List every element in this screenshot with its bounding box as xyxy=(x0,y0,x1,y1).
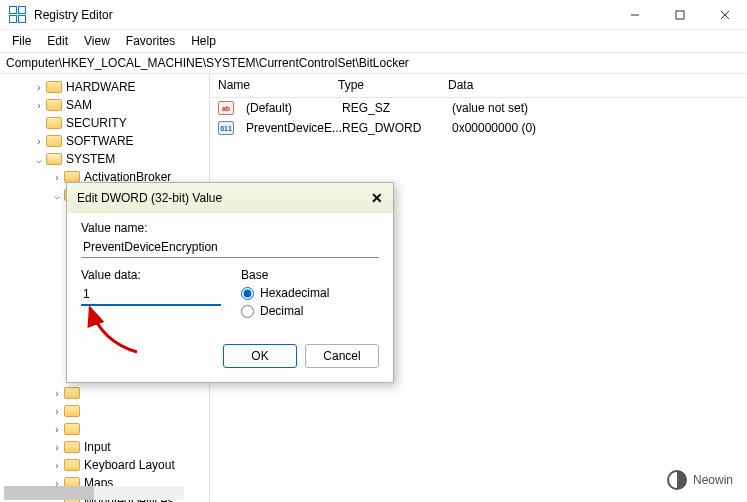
twisty-icon[interactable] xyxy=(50,460,64,471)
folder-icon xyxy=(46,81,62,93)
edit-dword-dialog: Edit DWORD (32-bit) Value ✕ Value name: … xyxy=(66,182,394,383)
tree-item[interactable] xyxy=(4,402,209,420)
menu-edit[interactable]: Edit xyxy=(39,32,76,50)
radio-hexadecimal[interactable]: Hexadecimal xyxy=(241,286,329,300)
value-name: PreventDeviceE... xyxy=(238,121,334,135)
title-bar: Registry Editor xyxy=(0,0,747,30)
dword-value-icon: 011 xyxy=(218,121,234,135)
radio-dec-label: Decimal xyxy=(260,304,303,318)
tree-label: SYSTEM xyxy=(66,152,115,166)
tree-item-security[interactable]: SECURITY xyxy=(4,114,209,132)
base-group: Base Hexadecimal Decimal xyxy=(241,268,329,322)
tree-item[interactable] xyxy=(4,384,209,402)
watermark-text: Neowin xyxy=(693,473,733,487)
value-row[interactable]: ab(Default)REG_SZ(value not set) xyxy=(210,98,747,118)
col-name[interactable]: Name xyxy=(210,74,330,97)
twisty-icon[interactable] xyxy=(50,190,64,201)
folder-icon xyxy=(46,117,62,129)
tree-label: SAM xyxy=(66,98,92,112)
tree-item-software[interactable]: SOFTWARE xyxy=(4,132,209,150)
twisty-icon[interactable] xyxy=(50,388,64,399)
tree-label: Input xyxy=(84,440,111,454)
neowin-logo-icon xyxy=(667,470,687,490)
value-name: (Default) xyxy=(238,101,334,115)
value-type: REG_SZ xyxy=(334,101,444,115)
watermark: Neowin xyxy=(667,470,733,490)
twisty-icon[interactable] xyxy=(32,154,46,165)
svg-rect-1 xyxy=(676,11,684,19)
value-data: (value not set) xyxy=(444,101,747,115)
value-type: REG_DWORD xyxy=(334,121,444,135)
value-name-field[interactable] xyxy=(81,237,379,258)
folder-icon xyxy=(64,441,80,453)
tree-item-hardware[interactable]: HARDWARE xyxy=(4,78,209,96)
menu-file[interactable]: File xyxy=(4,32,39,50)
maximize-button[interactable] xyxy=(657,0,702,30)
menu-help[interactable]: Help xyxy=(183,32,224,50)
menu-favorites[interactable]: Favorites xyxy=(118,32,183,50)
twisty-icon[interactable] xyxy=(50,442,64,453)
menu-view[interactable]: View xyxy=(76,32,118,50)
ok-button[interactable]: OK xyxy=(223,344,297,368)
folder-icon xyxy=(64,423,80,435)
folder-icon xyxy=(46,135,62,147)
radio-dec-input[interactable] xyxy=(241,305,254,318)
window-title: Registry Editor xyxy=(34,8,612,22)
value-data: 0x00000000 (0) xyxy=(444,121,747,135)
twisty-icon[interactable] xyxy=(50,172,64,183)
address-input[interactable] xyxy=(6,56,741,70)
tree-item[interactable] xyxy=(4,420,209,438)
folder-icon xyxy=(46,99,62,111)
tree-label: SECURITY xyxy=(66,116,127,130)
value-data-field[interactable] xyxy=(81,284,221,306)
tree-item-keyboard-layout[interactable]: Keyboard Layout xyxy=(4,456,209,474)
address-bar xyxy=(0,52,747,74)
value-data-label: Value data: xyxy=(81,268,221,282)
twisty-icon[interactable] xyxy=(50,406,64,417)
tree-scrollbar[interactable] xyxy=(4,486,184,500)
radio-hex-label: Hexadecimal xyxy=(260,286,329,300)
col-type[interactable]: Type xyxy=(330,74,440,97)
dialog-title: Edit DWORD (32-bit) Value xyxy=(77,191,371,205)
tree-item-sam[interactable]: SAM xyxy=(4,96,209,114)
twisty-icon[interactable] xyxy=(32,136,46,147)
folder-icon xyxy=(64,405,80,417)
list-header: Name Type Data xyxy=(210,74,747,98)
tree-label: HARDWARE xyxy=(66,80,136,94)
cancel-button[interactable]: Cancel xyxy=(305,344,379,368)
tree-label: Keyboard Layout xyxy=(84,458,175,472)
value-name-label: Value name: xyxy=(81,221,379,235)
folder-icon xyxy=(64,459,80,471)
string-value-icon: ab xyxy=(218,101,234,115)
radio-hex-input[interactable] xyxy=(241,287,254,300)
menu-bar: File Edit View Favorites Help xyxy=(0,30,747,52)
radio-decimal[interactable]: Decimal xyxy=(241,304,329,318)
value-row[interactable]: 011PreventDeviceE...REG_DWORD0x00000000 … xyxy=(210,118,747,138)
twisty-icon[interactable] xyxy=(50,424,64,435)
base-label: Base xyxy=(241,268,329,282)
folder-icon xyxy=(64,387,80,399)
col-data[interactable]: Data xyxy=(440,74,747,97)
tree-item-system[interactable]: SYSTEM xyxy=(4,150,209,168)
dialog-titlebar[interactable]: Edit DWORD (32-bit) Value ✕ xyxy=(67,183,393,213)
tree-item-input[interactable]: Input xyxy=(4,438,209,456)
tree-label: SOFTWARE xyxy=(66,134,134,148)
regedit-icon xyxy=(8,6,26,24)
twisty-icon[interactable] xyxy=(32,100,46,111)
dialog-close-icon[interactable]: ✕ xyxy=(371,190,383,206)
twisty-icon[interactable] xyxy=(32,82,46,93)
folder-icon xyxy=(46,153,62,165)
minimize-button[interactable] xyxy=(612,0,657,30)
close-button[interactable] xyxy=(702,0,747,30)
